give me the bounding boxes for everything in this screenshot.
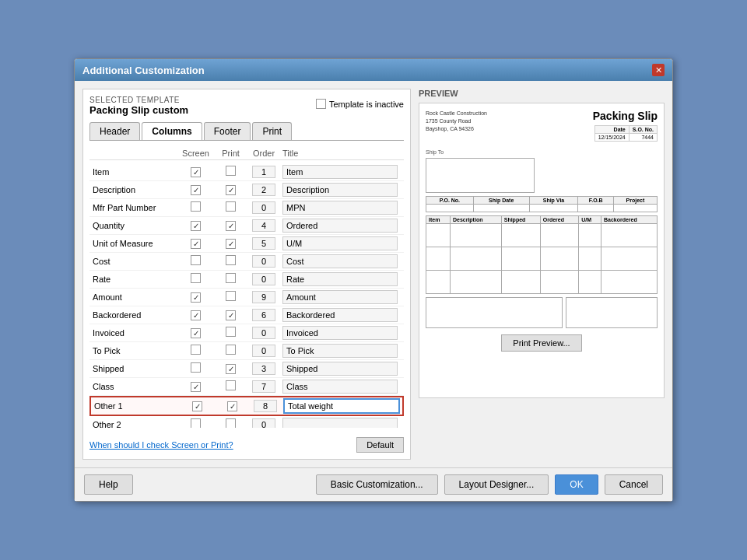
screen-checkbox[interactable]	[191, 221, 201, 231]
row-order-cell	[248, 201, 279, 214]
order-input[interactable]	[252, 327, 275, 339]
default-button[interactable]: Default	[356, 437, 404, 453]
screen-checkbox[interactable]	[191, 185, 201, 195]
title-input[interactable]	[282, 344, 398, 358]
row-name-label: Shipped	[93, 364, 178, 373]
print-checkbox[interactable]	[227, 401, 237, 411]
row-title-cell	[279, 272, 401, 286]
title-input[interactable]	[282, 290, 398, 304]
footer-right-buttons: Basic Customization... Layout Designer..…	[316, 474, 663, 495]
meta-val-sono: 7444	[629, 134, 657, 142]
order-input[interactable]	[252, 255, 275, 268]
template-inactive-checkbox[interactable]	[316, 99, 326, 109]
print-checkbox[interactable]	[226, 327, 236, 337]
print-checkbox[interactable]	[226, 291, 236, 301]
row-order-cell	[248, 362, 279, 375]
tab-print[interactable]: Print	[252, 122, 292, 140]
order-input[interactable]	[252, 201, 275, 214]
row-title-cell	[279, 201, 401, 215]
screen-checkbox[interactable]	[191, 310, 201, 320]
title-input[interactable]	[282, 183, 398, 197]
print-checkbox[interactable]	[226, 310, 236, 320]
print-checkbox[interactable]	[226, 221, 236, 231]
print-checkbox[interactable]	[226, 185, 236, 195]
print-checkbox[interactable]	[226, 345, 236, 355]
row-name-label: Other 1	[94, 401, 180, 411]
title-input[interactable]	[282, 418, 398, 428]
row-screen-cell	[178, 166, 213, 177]
screen-checkbox[interactable]	[191, 201, 201, 212]
tab-columns[interactable]: Columns	[142, 122, 202, 140]
title-input[interactable]	[282, 272, 398, 286]
print-preview-button[interactable]: Print Preview...	[501, 334, 581, 352]
title-input[interactable]	[282, 308, 398, 322]
screen-checkbox[interactable]	[192, 401, 202, 411]
row-name-label: Mfr Part Number	[93, 203, 178, 212]
print-checkbox[interactable]	[226, 273, 236, 283]
screen-checkbox[interactable]	[191, 255, 201, 265]
row-order-cell	[248, 345, 279, 357]
row-title-cell	[279, 326, 401, 340]
screen-checkbox[interactable]	[191, 239, 201, 249]
cancel-button[interactable]: Cancel	[605, 474, 663, 495]
order-input[interactable]	[252, 166, 275, 178]
print-checkbox[interactable]	[226, 364, 236, 374]
row-title-cell	[279, 308, 401, 322]
dialog-footer: Help Basic Customization... Layout Desig…	[75, 467, 672, 501]
order-input[interactable]	[252, 380, 275, 393]
basic-customization-button[interactable]: Basic Customization...	[316, 474, 438, 495]
ok-button[interactable]: OK	[555, 474, 598, 495]
row-title-cell	[279, 183, 401, 197]
order-input[interactable]	[252, 291, 275, 303]
print-checkbox[interactable]	[226, 166, 236, 176]
print-checkbox[interactable]	[226, 380, 236, 390]
row-invoiced: Invoiced	[89, 324, 404, 342]
info-val-po	[426, 205, 474, 212]
print-checkbox[interactable]	[226, 255, 236, 265]
order-input[interactable]	[252, 237, 275, 250]
tab-header[interactable]: Header	[89, 122, 140, 140]
columns-scroll-area[interactable]: Item Description Mfr Part Number	[89, 163, 404, 428]
row-quantity: Quantity	[89, 217, 404, 235]
row-order-cell	[248, 291, 279, 303]
screen-checkbox[interactable]	[191, 382, 201, 392]
order-input[interactable]	[252, 309, 275, 321]
order-input[interactable]	[252, 219, 275, 232]
row-name-label: Amount	[93, 292, 178, 302]
screen-checkbox[interactable]	[191, 362, 201, 373]
title-input[interactable]	[282, 165, 398, 179]
title-input[interactable]	[282, 236, 398, 250]
order-input[interactable]	[252, 345, 275, 357]
screen-checkbox[interactable]	[191, 345, 201, 355]
row-print-cell	[213, 184, 248, 195]
screen-checkbox[interactable]	[191, 328, 201, 338]
order-input[interactable]	[252, 184, 275, 196]
order-input[interactable]	[254, 400, 277, 412]
footer-left-buttons: Help	[84, 474, 133, 495]
print-checkbox[interactable]	[226, 239, 236, 249]
hint-link[interactable]: When should I check Screen or Print?	[89, 440, 233, 450]
screen-checkbox[interactable]	[191, 418, 201, 428]
title-input[interactable]	[282, 201, 398, 215]
data-col-ordered: Ordered	[540, 216, 578, 224]
title-input[interactable]	[282, 254, 398, 268]
screen-checkbox[interactable]	[191, 273, 201, 283]
order-input[interactable]	[252, 418, 275, 428]
print-checkbox[interactable]	[226, 418, 236, 428]
layout-designer-button[interactable]: Layout Designer...	[444, 474, 549, 495]
print-checkbox[interactable]	[226, 201, 236, 212]
title-input[interactable]	[282, 219, 398, 233]
close-button[interactable]: ✕	[652, 64, 665, 76]
title-input[interactable]	[282, 380, 398, 394]
title-input[interactable]	[284, 399, 399, 413]
order-input[interactable]	[252, 362, 275, 375]
title-input[interactable]	[282, 362, 398, 376]
row-name-label: Backordered	[93, 310, 178, 320]
order-input[interactable]	[252, 273, 275, 285]
row-order-cell	[248, 237, 279, 250]
tab-footer[interactable]: Footer	[204, 122, 251, 140]
screen-checkbox[interactable]	[191, 292, 201, 303]
help-button[interactable]: Help	[84, 474, 133, 495]
title-input[interactable]	[282, 326, 398, 340]
screen-checkbox[interactable]	[191, 167, 201, 177]
